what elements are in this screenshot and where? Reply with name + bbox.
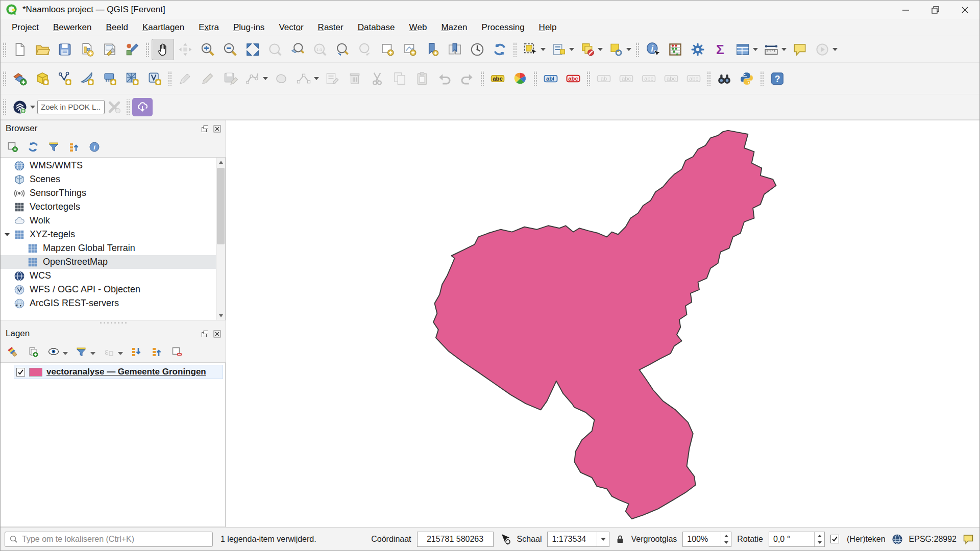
new-map-view-button[interactable] — [376, 39, 399, 60]
browser-close-button[interactable] — [212, 124, 222, 133]
zoom-in-button[interactable] — [197, 39, 219, 60]
filter-expression-dropdown[interactable] — [118, 347, 123, 357]
menu-web[interactable]: Web — [402, 19, 434, 36]
toolbar-drag-handle[interactable] — [706, 71, 712, 86]
close-button[interactable] — [950, 1, 979, 19]
show-spatial-bookmarks-button[interactable] — [444, 39, 466, 60]
zoom-native-resolution-button[interactable]: 1:1 — [309, 39, 331, 60]
temporal-controller-button[interactable] — [466, 39, 488, 60]
new-shapefile-layer-button[interactable] — [54, 68, 76, 89]
browser-item-openstreetmap[interactable]: OpenStreetMap — [1, 255, 216, 269]
identify-features-button[interactable]: i — [642, 39, 664, 60]
browser-item-mapzen-global-terrain[interactable]: Mapzen Global Terrain — [1, 241, 216, 255]
add-feature-button[interactable] — [270, 68, 292, 89]
scroll-down-arrow[interactable] — [216, 311, 225, 320]
layer-row-vectoranalyse-gemeente-groningen[interactable]: vectoranalyse — Gemeente Groningen — [14, 365, 223, 379]
browser-add-layers-button[interactable] — [6, 140, 20, 154]
menu-extra[interactable]: Extra — [191, 19, 226, 36]
change-label-properties-button[interactable]: abc — [682, 68, 705, 89]
measure-dropdown[interactable] — [780, 39, 788, 60]
zoom-to-layer-button[interactable] — [286, 39, 309, 60]
toggle-editing-button[interactable] — [197, 68, 219, 89]
lock-scale-icon[interactable] — [615, 534, 625, 544]
browser-item-xyz-tegels[interactable]: XYZ-tegels — [1, 228, 216, 241]
remove-layer-button[interactable] — [170, 345, 184, 359]
filter-legend-dropdown[interactable] — [90, 347, 95, 357]
pan-map-button[interactable] — [152, 39, 174, 60]
toolbar-drag-handle[interactable] — [760, 71, 765, 86]
toolbar-drag-handle[interactable] — [480, 71, 485, 86]
browser-item-scenes[interactable]: Scenes — [1, 172, 216, 186]
measure-button[interactable] — [760, 39, 782, 60]
select-by-value-dropdown[interactable] — [568, 39, 575, 60]
magnifier-spinbox[interactable]: 100% — [682, 532, 731, 547]
pdok-search-input[interactable] — [37, 100, 105, 114]
browser-properties-button[interactable]: i — [87, 140, 102, 154]
zoom-to-selection-button[interactable] — [264, 39, 286, 60]
expand-all-button[interactable] — [129, 345, 143, 359]
python-console-button[interactable] — [736, 68, 758, 89]
statistical-summary-button[interactable]: Σ — [709, 39, 731, 60]
browser-scrollbar[interactable] — [216, 158, 225, 320]
redo-button[interactable] — [456, 68, 478, 89]
toolbar-drag-handle[interactable] — [533, 71, 538, 86]
menu-beeld[interactable]: Beeld — [99, 19, 135, 36]
menu-vector[interactable]: Vector — [272, 19, 310, 36]
open-project-button[interactable] — [31, 39, 54, 60]
current-edits-button[interactable] — [174, 68, 197, 89]
select-features-button[interactable] — [519, 39, 542, 60]
toolbar-drag-handle[interactable] — [167, 71, 173, 86]
browser-item-vectortegels[interactable]: Vectortegels — [1, 200, 216, 214]
processing-toolbox-button[interactable] — [687, 39, 709, 60]
map-canvas[interactable] — [226, 120, 979, 527]
save-project-button[interactable] — [54, 39, 76, 60]
browser-item-wolk[interactable]: Wolk — [1, 214, 216, 228]
deselect-features-button[interactable] — [576, 39, 599, 60]
toggle-extents-icon[interactable] — [499, 533, 511, 545]
menu-processing[interactable]: Processing — [474, 19, 531, 36]
messages-bubble-icon[interactable] — [962, 533, 974, 545]
pin-labels-button[interactable]: ab — [593, 68, 615, 89]
scroll-up-arrow[interactable] — [216, 158, 225, 166]
paste-features-button[interactable] — [411, 68, 433, 89]
browser-collapse-all-button[interactable] — [67, 140, 81, 154]
toolbar-drag-handle[interactable] — [2, 99, 7, 115]
toolbar-drag-handle[interactable] — [126, 99, 131, 115]
menu-project[interactable]: Project — [5, 19, 46, 36]
data-source-manager-button[interactable] — [9, 68, 31, 89]
panel-splitter[interactable] — [1, 320, 226, 325]
browser-item-arcgis-rest-servers[interactable]: ArcGIS REST-servers — [1, 296, 216, 310]
browser-item-wfs-ogc-api-objecten[interactable]: WFS / OGC API - Objecten — [1, 283, 216, 296]
menu-raster[interactable]: Raster — [311, 19, 351, 36]
browser-item-wms-wmts[interactable]: WMS/WMTS — [1, 159, 216, 172]
scale-dropdown-arrow[interactable] — [597, 532, 609, 546]
menu-kaartlagen[interactable]: Kaartlagen — [135, 19, 191, 36]
zoom-full-extent-button[interactable] — [241, 39, 264, 60]
minimize-button[interactable] — [891, 1, 920, 19]
visibility-dropdown[interactable] — [63, 347, 68, 357]
crs-value[interactable]: EPSG:28992 — [909, 535, 957, 544]
crs-globe-icon[interactable] — [891, 533, 903, 545]
layer-name-label[interactable]: vectoranalyse — Gemeente Groningen — [46, 367, 206, 377]
attribute-table-button[interactable] — [731, 39, 754, 60]
toolbar-drag-handle[interactable] — [2, 42, 7, 57]
pan-to-selection-button[interactable] — [174, 39, 197, 60]
toolbar-drag-handle[interactable] — [512, 42, 518, 57]
metasearch-button[interactable] — [713, 68, 736, 89]
zoom-last-button[interactable] — [331, 39, 354, 60]
zoom-out-button[interactable] — [219, 39, 241, 60]
filter-legend-button[interactable] — [74, 345, 88, 359]
add-group-button[interactable] — [26, 345, 40, 359]
move-label-button[interactable]: abc — [638, 68, 660, 89]
render-checkbox[interactable] — [830, 535, 839, 543]
help-button[interactable]: ? — [766, 68, 789, 89]
layout-manager-button[interactable] — [99, 39, 121, 60]
reselect-dropdown[interactable] — [625, 39, 632, 60]
menu-database[interactable]: Database — [351, 19, 402, 36]
menu-plug-ins[interactable]: Plug-ins — [226, 19, 272, 36]
locator-bar[interactable] — [5, 532, 213, 547]
browser-item-wcs[interactable]: WCS — [1, 269, 216, 283]
new-mesh-layer-button[interactable] — [99, 68, 121, 89]
save-layer-edits-button[interactable] — [219, 68, 241, 89]
modify-attributes-button[interactable] — [321, 68, 344, 89]
